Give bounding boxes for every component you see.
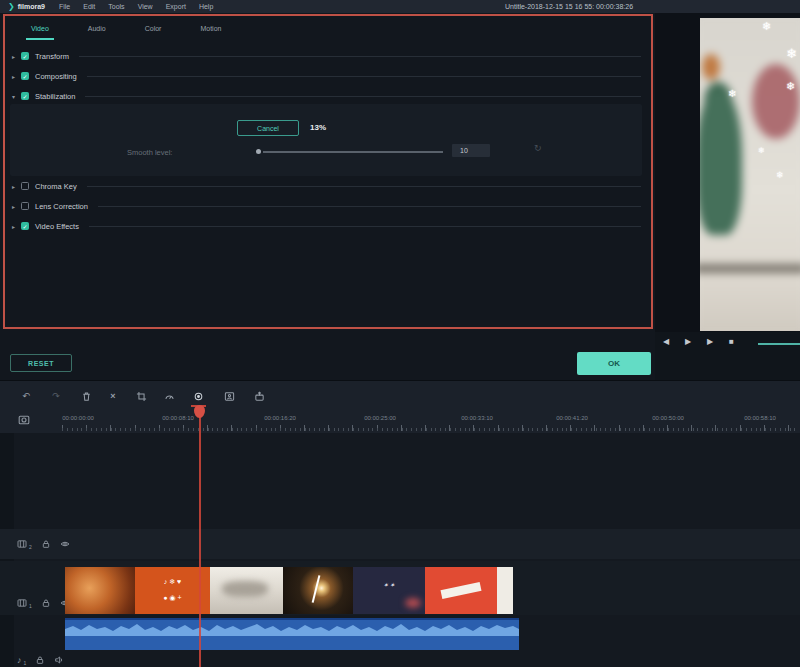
app-window: ❯ filmora9 File Edit Tools View Export H… — [0, 0, 800, 667]
section-label: Lens Correction — [35, 202, 88, 211]
chevron-right-icon[interactable]: ▸ — [12, 53, 21, 60]
lock-icon[interactable] — [41, 539, 51, 549]
smooth-level-slider-track[interactable] — [263, 151, 443, 153]
video-clip-4[interactable] — [283, 567, 353, 614]
film-icon — [17, 539, 27, 549]
play-button[interactable]: ▶ — [685, 337, 691, 346]
app-logo: ❯ filmora9 — [8, 2, 45, 11]
manage-tracks-icon[interactable] — [18, 412, 30, 430]
snowflake-icon: ❄ — [776, 170, 784, 180]
ruler-minor-ticks[interactable] — [62, 428, 798, 431]
timeline-panel: ↶ ↷ × 00:00:00:00 00:00:08:10 00:00:16:2… — [0, 380, 800, 667]
track-area: 2 1 ♪ 1 ♪ ❄ ♥ ● ◉ + — [0, 433, 800, 667]
menu-view[interactable]: View — [138, 3, 153, 10]
previous-frame-button[interactable]: ◀ — [663, 337, 669, 346]
next-frame-button[interactable]: ▶ — [707, 337, 713, 346]
lock-icon[interactable] — [35, 655, 45, 665]
smooth-level-value[interactable]: 10 — [452, 144, 490, 157]
snowflake-icon: ❄ — [786, 46, 797, 61]
stop-button[interactable]: ■ — [729, 337, 734, 346]
video-clip-6[interactable] — [425, 567, 497, 614]
separator — [98, 206, 641, 207]
playback-controls: ◀ ▶ ▶ ■ — [655, 334, 800, 352]
crop-icon[interactable] — [133, 389, 149, 403]
section-video-effects[interactable]: ▸ ✓ Video Effects — [12, 219, 641, 233]
section-compositing[interactable]: ▸ ✓ Compositing — [12, 69, 641, 83]
redo-icon[interactable]: ↷ — [48, 389, 64, 403]
smooth-level-slider-handle[interactable] — [256, 149, 261, 154]
ruler-timecode: 00:00:58:10 — [730, 415, 790, 421]
video-track-2-header: 2 — [17, 538, 70, 550]
compositing-checkbox[interactable]: ✓ — [21, 72, 29, 80]
reset-button[interactable]: RESET — [10, 354, 72, 372]
chevron-down-icon[interactable]: ▾ — [12, 93, 21, 100]
chroma-key-checkbox[interactable] — [21, 182, 29, 190]
stabilization-tool-icon[interactable] — [190, 389, 206, 403]
ruler-timecode: 00:00:25:00 — [350, 415, 410, 421]
chevron-right-icon[interactable]: ▸ — [12, 183, 21, 190]
reset-slider-icon[interactable]: ↻ — [534, 143, 542, 153]
menu-export[interactable]: Export — [166, 3, 186, 10]
tab-motion[interactable]: Motion — [195, 22, 226, 40]
video-clip-3[interactable] — [210, 567, 283, 614]
audio-track-1-header: ♪ 1 — [17, 654, 64, 666]
stabilization-expanded-panel: Cancel 13% Smooth level: 10 ↻ — [10, 104, 642, 176]
section-label: Stabilization — [35, 92, 75, 101]
section-label: Transform — [35, 52, 69, 61]
speaker-icon[interactable] — [54, 655, 64, 665]
preview-video[interactable]: ❄ ❄ ❄ ❄ ❄ ❄ — [700, 18, 800, 331]
eye-icon[interactable] — [60, 539, 70, 549]
section-transform[interactable]: ▸ ✓ Transform — [12, 49, 641, 63]
separator — [79, 56, 641, 57]
section-stabilization[interactable]: ▾ ✓ Stabilization — [12, 89, 641, 103]
speed-icon[interactable] — [161, 389, 177, 403]
video-clip-5[interactable]: ✶ ✶ — [353, 567, 425, 614]
separator — [89, 226, 641, 227]
stabilization-checkbox[interactable]: ✓ — [21, 92, 29, 100]
ok-button[interactable]: OK — [577, 352, 651, 375]
ruler-timecode: 00:00:50:00 — [638, 415, 698, 421]
chevron-right-icon[interactable]: ▸ — [12, 73, 21, 80]
tab-audio[interactable]: Audio — [83, 22, 111, 40]
properties-tabs: Video Audio Color Motion — [0, 22, 681, 40]
snowflake-icon: ❄ — [728, 88, 736, 99]
check-icon: ✓ — [22, 93, 27, 100]
section-label: Compositing — [35, 72, 77, 81]
tab-video[interactable]: Video — [26, 22, 54, 40]
audio-waveform — [65, 621, 519, 636]
tab-color[interactable]: Color — [140, 22, 167, 40]
undo-icon[interactable]: ↶ — [18, 389, 34, 403]
ruler-timecode: 00:00:33:10 — [447, 415, 507, 421]
cancel-button[interactable]: Cancel — [237, 120, 299, 136]
video-clip-1[interactable] — [65, 567, 135, 614]
check-icon: ✓ — [22, 223, 27, 230]
project-title: Untitle-2018-12-15 15 16 55: 00:00:38:26 — [505, 0, 633, 13]
delete-icon[interactable] — [78, 389, 94, 403]
split-icon[interactable]: × — [105, 389, 121, 403]
section-chroma-key[interactable]: ▸ Chroma Key — [12, 179, 641, 193]
video-clip-7[interactable] — [497, 567, 513, 614]
chevron-right-icon[interactable]: ▸ — [12, 223, 21, 230]
video-track-2-lane[interactable] — [0, 529, 800, 559]
menu-bar: ❯ filmora9 File Edit Tools View Export H… — [0, 0, 800, 13]
check-icon: ✓ — [22, 53, 27, 60]
snowflake-icon: ❄ — [758, 146, 765, 155]
lock-icon[interactable] — [41, 598, 51, 608]
preview-progress-bar[interactable] — [758, 343, 800, 345]
video-effects-checkbox[interactable]: ✓ — [21, 222, 29, 230]
menu-edit[interactable]: Edit — [83, 3, 95, 10]
menu-file[interactable]: File — [59, 3, 70, 10]
section-lens-correction[interactable]: ▸ Lens Correction — [12, 199, 641, 213]
chevron-right-icon[interactable]: ▸ — [12, 203, 21, 210]
menu-help[interactable]: Help — [199, 3, 213, 10]
motion-tracking-icon[interactable] — [251, 389, 267, 403]
stabilization-progress: 13% — [310, 123, 326, 132]
lens-correction-checkbox[interactable] — [21, 202, 29, 210]
audio-clip[interactable] — [65, 618, 519, 650]
transform-checkbox[interactable]: ✓ — [21, 52, 29, 60]
green-screen-icon[interactable] — [221, 389, 237, 403]
filmora-logo-icon: ❯ — [8, 2, 15, 11]
playhead-line[interactable] — [199, 411, 201, 667]
ruler-timecode: 00:00:41:20 — [542, 415, 602, 421]
menu-tools[interactable]: Tools — [108, 3, 124, 10]
